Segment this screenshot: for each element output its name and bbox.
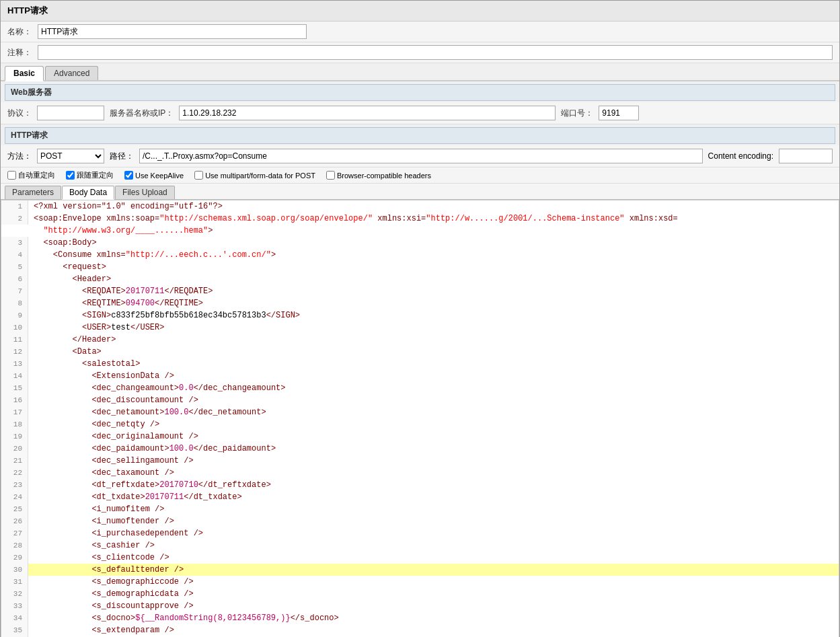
code-line-13: 13 <salestotal> [1,358,839,370]
encoding-input[interactable] [779,149,833,163]
code-line-19: 19 <dec_originalamount /> [1,430,839,443]
keep-alive-label: Use KeepAlive [124,171,184,180]
sub-tab-parameters[interactable]: Parameters [5,186,61,199]
multipart-label: Use multipart/form-data for POST [194,171,315,180]
header-redirect-checkbox[interactable] [66,171,75,180]
code-line-16: 16 <dec_discountamount /> [1,394,839,406]
code-line-11: 11 </Header> [1,334,839,346]
method-select[interactable]: POST GET PUT DELETE [37,149,104,163]
browser-headers-checkbox[interactable] [326,171,335,180]
code-line-3: 3 <soap:Body> [1,237,839,249]
server-label: 服务器名称或IP： [110,108,174,119]
path-label: 路径： [110,151,134,162]
code-line-15: 15 <dec_changeamount>0.0</dec_changeamou… [1,382,839,394]
auto-redirect-label: 自动重定向 [7,170,55,180]
name-input[interactable] [38,24,307,39]
web-server-section-header: Web服务器 [5,84,835,101]
main-window: HTTP请求 名称： 注释： Basic Advanced Web服务器 协议：… [0,0,840,637]
code-line-24: 24 <dt_txdate>20170711</dt_txdate> [1,491,839,503]
encoding-label: Content encoding: [708,151,773,161]
code-line-23: 23 <dt_reftxdate>20170710</dt_reftxdate> [1,479,839,491]
code-line-5: 5 <request> [1,261,839,273]
code-line-14: 14 <ExtensionData /> [1,370,839,382]
protocol-label: 协议： [7,108,32,119]
http-request-section-header: HTTP请求 [5,127,835,144]
multipart-checkbox[interactable] [194,171,203,180]
code-line-30: 30 <s_defaulttender /> [1,564,839,576]
code-line-22: 22 <dec_taxamount /> [1,467,839,479]
web-server-row: 协议： 服务器名称或IP： 端口号： [1,102,839,124]
code-line-18: 18 <dec_netqty /> [1,418,839,430]
code-line-28: 28 <s_cashier /> [1,539,839,552]
notes-label: 注释： [7,47,38,59]
header-redirect-label: 跟随重定向 [66,170,114,180]
code-line-21: 21 <dec_sellingamount /> [1,455,839,467]
code-line-12: 12 <Data> [1,346,839,358]
window-title: HTTP请求 [7,5,48,15]
code-line-32: 32 <s_demographicdata /> [1,588,839,600]
path-input[interactable] [139,149,703,163]
code-line-6: 6 <Header> [1,273,839,285]
main-tab-bar: Basic Advanced [1,63,839,81]
code-line-2b: "http://www.w3.org/____......hema"> [1,225,839,237]
code-line-2: 2 <soap:Envelope xmlns:soap="http://sche… [1,213,839,225]
sub-tab-files-upload[interactable]: Files Upload [115,186,175,199]
notes-row: 注释： [1,42,839,63]
code-line-31: 31 <s_demographiccode /> [1,576,839,588]
code-line-29: 29 <s_clientcode /> [1,552,839,564]
code-line-4: 4 <Consume xmlns="http://...eech.c...'.c… [1,249,839,261]
code-lines-container: 1 <?xml version="1.0" encoding="utf-16"?… [1,200,839,637]
code-line-33: 33 <s_discountapprove /> [1,600,839,612]
code-line-35: 35 <s_extendparam /> [1,624,839,636]
port-label: 端口号： [561,108,593,119]
name-label: 名称： [7,26,38,38]
protocol-input[interactable] [37,106,104,120]
server-input[interactable] [179,106,556,120]
method-label: 方法： [7,151,32,162]
code-editor: 1 <?xml version="1.0" encoding="utf-16"?… [1,200,839,637]
sub-tab-bar: Parameters Body Data Files Upload [1,184,839,200]
code-line-10: 10 <USER>test</USER> [1,322,839,334]
sub-tab-body-data[interactable]: Body Data [62,186,114,200]
checkboxes-row: 自动重定向 跟随重定向 Use KeepAlive Use multipart/… [1,167,839,184]
code-line-25: 25 <i_numofitem /> [1,503,839,515]
tab-advanced[interactable]: Advanced [45,66,98,80]
code-line-34: 34 <s_docno>${__RandomString(8,012345678… [1,612,839,624]
code-line-7: 7 <REQDATE>20170711</REQDATE> [1,285,839,297]
code-line-9: 9 <SIGN>c833f25bf8bfb55b618ec34bc57813b3… [1,309,839,322]
code-line-1: 1 <?xml version="1.0" encoding="utf-16"?… [1,200,839,213]
http-request-row: 方法： POST GET PUT DELETE 路径： Content enco… [1,145,839,167]
notes-input[interactable] [38,45,833,60]
name-row: 名称： [1,22,839,42]
port-input[interactable] [599,106,639,120]
auto-redirect-checkbox[interactable] [7,171,16,180]
code-line-26: 26 <i_numoftender /> [1,515,839,527]
browser-headers-label: Browser-compatible headers [326,171,431,180]
code-line-27: 27 <i_purchasedependent /> [1,527,839,539]
title-bar: HTTP请求 [1,1,839,22]
keep-alive-checkbox[interactable] [124,171,133,180]
tab-basic[interactable]: Basic [5,66,44,81]
code-line-8: 8 <REQTIME>094700</REQTIME> [1,297,839,309]
code-line-20: 20 <dec_paidamount>100.0</dec_paidamount… [1,443,839,455]
code-line-17: 17 <dec_netamount>100.0</dec_netamount> [1,406,839,418]
